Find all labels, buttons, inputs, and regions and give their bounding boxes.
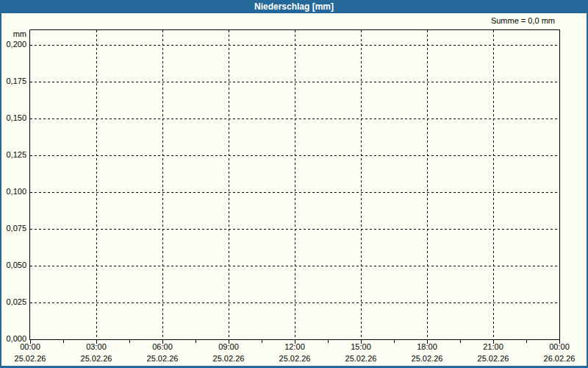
- x-tick-time: 18:00: [404, 342, 451, 351]
- x-tick-mark: [262, 340, 262, 343]
- x-tick-time: 15:00: [337, 342, 384, 351]
- x-tick-date: 25.02.26: [205, 354, 252, 363]
- x-tick-date: 25.02.26: [7, 354, 54, 363]
- x-tick-mark: [460, 340, 461, 343]
- window-titlebar: Niederschlag [mm]: [0, 0, 588, 13]
- v-gridline: [295, 30, 295, 339]
- x-tick-date: 25.02.26: [404, 354, 451, 363]
- x-tick-mark: [63, 340, 64, 343]
- page-title: Niederschlag [mm]: [254, 1, 334, 12]
- x-tick-date: 26.02.26: [536, 354, 583, 363]
- x-tick-date: 25.02.26: [139, 354, 186, 363]
- x-tick-date: 25.02.26: [271, 354, 318, 363]
- y-tick-label: 0,175: [0, 77, 26, 85]
- x-tick-mark: [328, 340, 329, 343]
- y-tick-label: 0,125: [0, 150, 26, 159]
- v-gridline: [493, 30, 494, 339]
- x-tick-date: 25.02.26: [73, 354, 120, 363]
- v-gridline: [162, 30, 163, 339]
- x-tick-time: 03:00: [73, 342, 120, 351]
- y-tick-label: 0,025: [0, 297, 26, 306]
- y-axis-unit-label: mm: [0, 29, 26, 38]
- x-tick-date: 25.02.26: [470, 354, 517, 363]
- x-tick-time: 06:00: [139, 342, 186, 351]
- x-tick-time: 00:00: [536, 342, 583, 351]
- y-tick-label: 0,200: [0, 40, 26, 49]
- v-gridline: [96, 30, 97, 339]
- chart-window: Niederschlag [mm] Summe = 0,0 mm mm 0,20…: [0, 0, 588, 368]
- plot-area: [29, 29, 560, 340]
- y-tick-label: 0,150: [0, 113, 26, 122]
- x-tick-mark: [394, 340, 395, 343]
- x-tick-date: 25.02.26: [337, 354, 384, 363]
- sum-readout: Summe = 0,0 mm: [491, 16, 555, 25]
- x-tick-mark: [526, 340, 527, 343]
- x-tick-time: 21:00: [470, 342, 517, 351]
- y-tick-label: 0,075: [0, 224, 26, 233]
- x-tick-time: 09:00: [205, 342, 252, 351]
- x-tick-time: 12:00: [271, 342, 318, 351]
- v-gridline: [229, 30, 229, 339]
- y-tick-label: 0,050: [0, 261, 26, 269]
- v-gridline: [427, 30, 428, 339]
- v-gridline: [361, 30, 362, 339]
- y-tick-label: 0,100: [0, 187, 26, 196]
- x-tick-time: 00:00: [7, 342, 54, 351]
- x-tick-mark: [129, 340, 130, 343]
- x-tick-mark: [196, 340, 196, 343]
